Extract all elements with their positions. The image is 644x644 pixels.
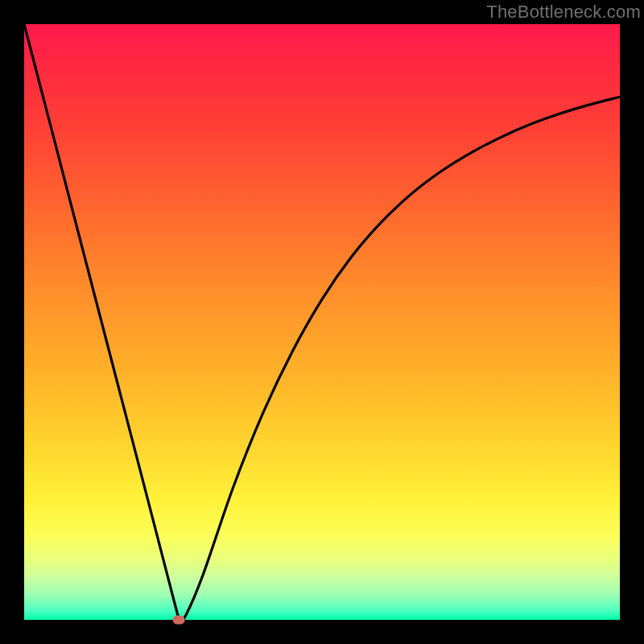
minimum-marker xyxy=(173,616,185,625)
watermark-text: TheBottleneck.com xyxy=(486,2,641,23)
plot-area xyxy=(24,24,620,620)
curve-svg xyxy=(24,24,620,620)
bottleneck-curve xyxy=(24,24,620,621)
chart-container: TheBottleneck.com xyxy=(0,0,644,644)
